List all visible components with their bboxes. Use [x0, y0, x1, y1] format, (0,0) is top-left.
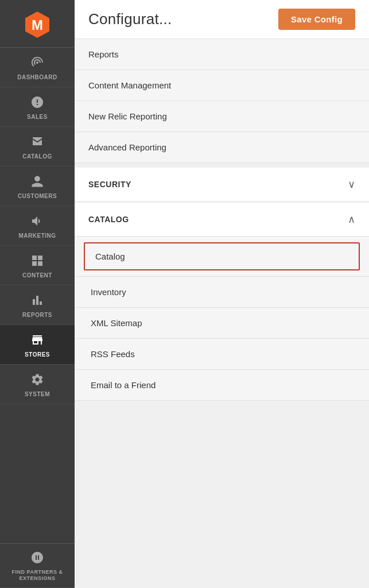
xml-sitemap-menu-item[interactable]: XML Sitemap [75, 308, 369, 339]
sidebar-item-reports-label: REPORTS [22, 312, 52, 319]
sidebar-item-sales[interactable]: SALES [0, 87, 75, 127]
sidebar-item-catalog-label: CATALOG [22, 153, 52, 160]
partial-top-section: Reports Content Management New Relic Rep… [75, 39, 369, 163]
dashboard-icon [30, 56, 44, 72]
main-content-area: Configurat... Save Config Reports Conten… [75, 0, 369, 588]
sidebar-item-reports[interactable]: REPORTS [0, 285, 75, 325]
list-item[interactable]: Content Management [75, 70, 369, 101]
save-config-button[interactable]: Save Config [278, 9, 355, 30]
sidebar-item-system[interactable]: SYSTEM [0, 365, 75, 404]
rss-feeds-menu-item[interactable]: RSS Feeds [75, 339, 369, 370]
page-title: Configurat... [88, 10, 172, 28]
content-icon [30, 254, 44, 270]
sidebar: M DASHBOARD SALES CATALOG CUSTOMERS MARK [0, 0, 75, 588]
reports-icon [30, 293, 44, 310]
list-item[interactable]: New Relic Reporting [75, 101, 369, 132]
catalog-menu-item[interactable]: Catalog [84, 242, 360, 270]
stores-icon [30, 333, 44, 349]
rss-feeds-menu-item-label: RSS Feeds [91, 349, 135, 359]
catalog-menu-item-label: Catalog [95, 252, 125, 261]
sidebar-item-marketing-label: MARKETING [18, 233, 56, 239]
security-section: SECURITY ∨ [75, 168, 369, 202]
sidebar-item-catalog[interactable]: CATALOG [0, 127, 75, 167]
sidebar-item-marketing[interactable]: MARKETING [0, 206, 75, 246]
security-section-title: SECURITY [88, 180, 131, 189]
sidebar-logo: M [0, 0, 75, 48]
email-friend-menu-item-label: Email to a Friend [91, 380, 156, 390]
sales-icon [30, 95, 44, 111]
catalog-accordion-header[interactable]: CATALOG ∧ [75, 203, 369, 237]
sidebar-item-customers[interactable]: CUSTOMERS [0, 167, 75, 206]
sidebar-item-find-partners[interactable]: FIND PARTNERS & EXTENSIONS [0, 543, 75, 588]
sidebar-item-dashboard-label: DASHBOARD [17, 74, 57, 81]
catalog-chevron-up-icon: ∧ [348, 213, 355, 226]
list-item[interactable]: Advanced Reporting [75, 132, 369, 163]
catalog-section: CATALOG ∧ Catalog Inventory XML Sitemap [75, 203, 369, 401]
sidebar-item-stores[interactable]: STORES [0, 325, 75, 365]
find-partners-icon [30, 551, 44, 567]
sidebar-item-customers-label: CUSTOMERS [18, 193, 57, 200]
content-management-item-label: Content Management [88, 80, 171, 90]
catalog-section-title: CATALOG [88, 215, 129, 224]
reports-menu-item-label: Reports [88, 49, 119, 59]
inventory-menu-item-label: Inventory [91, 287, 126, 297]
marketing-icon [30, 214, 44, 230]
sidebar-item-stores-label: STORES [25, 351, 50, 358]
svg-point-2 [36, 61, 38, 64]
sidebar-item-content[interactable]: CONTENT [0, 246, 75, 285]
sidebar-item-dashboard[interactable]: DASHBOARD [0, 48, 75, 87]
sidebar-item-content-label: CONTENT [22, 272, 52, 279]
xml-sitemap-menu-item-label: XML Sitemap [91, 318, 142, 328]
sidebar-item-find-partners-label: FIND PARTNERS & EXTENSIONS [5, 569, 70, 582]
email-friend-menu-item[interactable]: Email to a Friend [75, 370, 369, 401]
catalog-accordion-body: Catalog Inventory XML Sitemap RSS Feeds … [75, 237, 369, 401]
magento-logo-icon: M [23, 10, 52, 39]
new-relic-item-label: New Relic Reporting [88, 111, 167, 121]
advanced-reporting-item-label: Advanced Reporting [88, 142, 166, 152]
list-item[interactable]: Reports [75, 39, 369, 70]
content-area: Reports Content Management New Relic Rep… [75, 39, 369, 588]
customers-icon [30, 175, 44, 191]
system-icon [30, 373, 44, 389]
sidebar-item-system-label: SYSTEM [25, 391, 50, 398]
sidebar-item-sales-label: SALES [27, 114, 48, 121]
catalog-icon [30, 135, 44, 151]
security-accordion-header[interactable]: SECURITY ∨ [75, 168, 369, 202]
security-chevron-down-icon: ∨ [348, 178, 355, 191]
page-header: Configurat... Save Config [75, 0, 369, 39]
inventory-menu-item[interactable]: Inventory [75, 277, 369, 308]
svg-text:M: M [32, 17, 43, 33]
